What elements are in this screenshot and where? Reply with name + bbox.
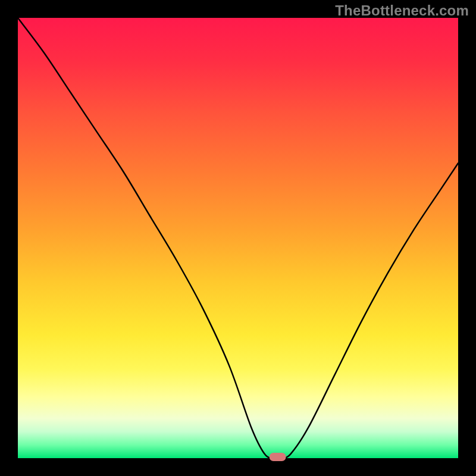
watermark-text: TheBottleneck.com <box>335 2 469 19</box>
chart-background-gradient <box>18 18 458 458</box>
bottleneck-chart <box>0 0 476 476</box>
optimal-point-marker <box>270 453 286 461</box>
